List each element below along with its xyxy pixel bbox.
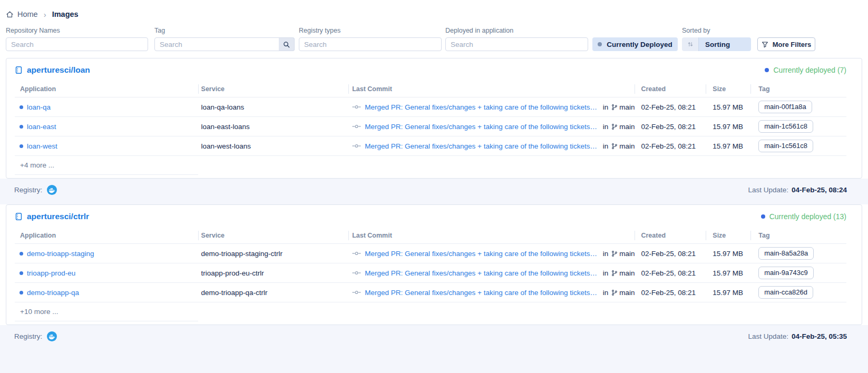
- deployed-status: Currently deployed (13): [761, 212, 846, 221]
- table-header-row: Application Service Last Commit Created …: [15, 227, 846, 244]
- breadcrumb: Home › Images: [6, 8, 862, 20]
- column-header-service: Service: [198, 227, 349, 243]
- git-branch-icon: [611, 143, 618, 150]
- size-value: 15.97 MB: [706, 250, 750, 258]
- images-page: Home › Images Repository Names Tag: [0, 0, 868, 373]
- repository-card: aperturesci/ctrlr Currently deployed (13…: [6, 204, 862, 325]
- created-value: 02-Feb-25, 08:21: [635, 289, 706, 297]
- filter-bar: Repository Names Tag Registry types: [6, 27, 862, 51]
- repository-names-input[interactable]: [6, 37, 148, 51]
- application-link[interactable]: trioapp-prod-eu: [27, 269, 75, 277]
- image-tag-pill: main-1c561c8: [758, 140, 813, 152]
- git-branch-icon: [611, 250, 618, 257]
- table-row: loan-qa loan-qa-loans Merged PR: General…: [15, 97, 846, 117]
- show-more-link[interactable]: +4 more ...: [15, 156, 198, 175]
- deployed-in-application-input[interactable]: [445, 37, 588, 51]
- app-status-dot-icon: [19, 105, 23, 109]
- application-link[interactable]: loan-qa: [27, 103, 51, 111]
- service-name: loan-west-loans: [198, 142, 349, 150]
- created-value: 02-Feb-25, 08:21: [635, 123, 706, 131]
- breadcrumb-home-link[interactable]: Home: [6, 10, 38, 18]
- registry-types-input[interactable]: [299, 37, 442, 51]
- deployed-in-application-label: Deployed in application: [445, 27, 588, 34]
- sorting-dropdown[interactable]: Sorting: [699, 37, 751, 51]
- docker-registry-icon: [47, 331, 57, 341]
- filter-registry-types: Registry types: [299, 27, 442, 51]
- tag-input[interactable]: [154, 37, 295, 51]
- registry-label: Registry:: [14, 332, 42, 340]
- deployed-status-dot-icon: [761, 214, 765, 219]
- chevron-right-icon: ›: [44, 10, 46, 19]
- application-link[interactable]: loan-east: [27, 123, 56, 131]
- commit-message-link[interactable]: Merged PR: General fixes/changes + takin…: [365, 103, 598, 111]
- topbar: Home › Images Repository Names Tag: [0, 0, 868, 58]
- currently-deployed-toggle-label: Currently Deployed: [607, 41, 672, 48]
- size-value: 15.97 MB: [706, 269, 750, 277]
- git-commit-icon: [352, 251, 361, 256]
- more-filters-button[interactable]: More Filters: [757, 37, 815, 51]
- application-link[interactable]: demo-trioapp-staging: [27, 250, 94, 258]
- image-repo-icon: [15, 212, 23, 221]
- table-row: demo-trioapp-staging demo-trioapp-stagin…: [15, 244, 846, 263]
- app-status-dot-icon: [19, 252, 23, 256]
- commit-message-link[interactable]: Merged PR: General fixes/changes + takin…: [365, 269, 598, 277]
- sorting-control[interactable]: Sorting: [682, 37, 751, 51]
- table-row: loan-east loan-east-loans Merged PR: Gen…: [15, 117, 846, 136]
- tag-search-button[interactable]: [279, 37, 295, 51]
- service-name: loan-qa-loans: [198, 103, 349, 111]
- git-branch-icon: [611, 104, 618, 111]
- sort-direction-button[interactable]: [682, 37, 699, 51]
- column-header-size: Size: [706, 227, 750, 243]
- image-tag-pill: main-1c561c8: [758, 120, 813, 133]
- service-name: trioapp-prod-eu-ctrlr: [198, 269, 349, 277]
- registry-footer: Registry: Last Update: 04-Feb-25, 08:24: [0, 179, 868, 204]
- git-commit-icon: [352, 124, 361, 129]
- commit-message-link[interactable]: Merged PR: General fixes/changes + takin…: [365, 123, 598, 131]
- repository-card: aperturesci/loan Currently deployed (7) …: [6, 58, 862, 179]
- sorted-by-label: Sorted by: [682, 27, 751, 34]
- column-header-last-commit: Last Commit: [348, 81, 635, 97]
- filter-repository-names: Repository Names: [6, 27, 148, 51]
- git-commit-icon: [352, 104, 361, 110]
- last-update-value: 04-Feb-25, 05:35: [792, 332, 847, 340]
- created-value: 02-Feb-25, 08:21: [635, 250, 706, 258]
- created-value: 02-Feb-25, 08:21: [635, 103, 706, 111]
- image-tag-pill: main-8a5a28a: [758, 247, 814, 260]
- column-header-size: Size: [706, 81, 750, 97]
- last-update-label: Last Update:: [748, 186, 788, 194]
- registry-types-label: Registry types: [299, 27, 442, 34]
- in-label: in: [603, 289, 609, 297]
- commit-message-link[interactable]: Merged PR: General fixes/changes + takin…: [365, 142, 598, 150]
- show-more-link[interactable]: +10 more ...: [15, 302, 198, 321]
- commit-message-link[interactable]: Merged PR: General fixes/changes + takin…: [365, 250, 598, 258]
- deployed-status-text: Currently deployed (7): [773, 66, 846, 74]
- search-icon: [283, 41, 290, 48]
- application-link[interactable]: loan-west: [27, 142, 57, 150]
- image-tag-pill: main-9a743c9: [758, 267, 813, 279]
- repository-name: aperturesci/ctrlr: [27, 212, 89, 221]
- last-update-value: 04-Feb-25, 08:24: [792, 186, 847, 194]
- repository-link[interactable]: aperturesci/loan: [15, 65, 90, 75]
- column-header-tag: Tag: [750, 81, 846, 97]
- image-repo-icon: [15, 66, 23, 74]
- repository-name: aperturesci/loan: [27, 65, 90, 75]
- branch-name: main: [619, 269, 635, 277]
- in-label: in: [603, 142, 609, 150]
- branch-name: main: [619, 103, 635, 111]
- app-status-dot-icon: [19, 144, 23, 148]
- sort-arrows-icon: [687, 41, 694, 47]
- in-label: in: [603, 269, 609, 277]
- branch-name: main: [619, 142, 635, 150]
- currently-deployed-toggle[interactable]: Currently Deployed: [592, 37, 678, 51]
- service-name: demo-trioapp-staging-ctrlr: [198, 250, 349, 258]
- filter-deployed-in-application: Deployed in application: [445, 27, 588, 51]
- created-value: 02-Feb-25, 08:21: [635, 142, 706, 150]
- application-link[interactable]: demo-trioapp-qa: [27, 289, 79, 297]
- commit-message-link[interactable]: Merged PR: General fixes/changes + takin…: [365, 289, 598, 297]
- more-filters-label: More Filters: [773, 41, 812, 48]
- size-value: 15.97 MB: [706, 142, 750, 150]
- table-row: loan-west loan-west-loans Merged PR: Gen…: [15, 136, 846, 156]
- images-table: Application Service Last Commit Created …: [15, 81, 846, 178]
- git-branch-icon: [611, 123, 618, 130]
- repository-link[interactable]: aperturesci/ctrlr: [15, 212, 89, 221]
